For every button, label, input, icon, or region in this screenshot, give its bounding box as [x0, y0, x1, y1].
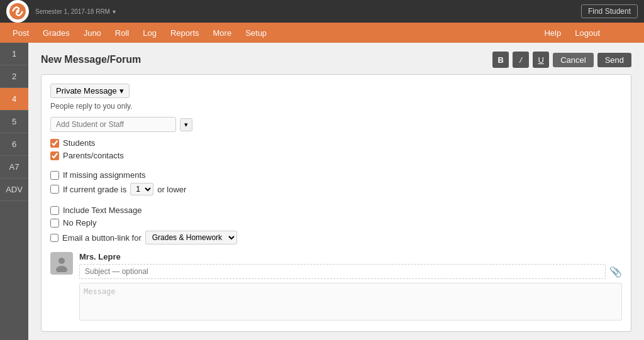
message-type-chevron: ▾	[119, 86, 124, 96]
current-grade-post-label: or lower	[157, 185, 186, 194]
nav-bar-left: Post Grades Juno Roll Log Reports More S…	[6, 26, 273, 40]
current-grade-row: If current grade is 1 or lower	[50, 183, 622, 195]
composer-right: Mrs. Lepre 📎	[79, 252, 622, 322]
no-reply-label[interactable]: No Reply	[63, 218, 96, 228]
missing-assignments-checkbox[interactable]	[50, 171, 59, 180]
parents-label[interactable]: Parents/contacts	[63, 151, 124, 160]
bold-button[interactable]: B	[492, 52, 509, 68]
sidebar: 1 2 4 5 6 A7 ADV	[0, 43, 28, 340]
sidebar-item-5[interactable]: 5	[0, 111, 28, 133]
page-title: New Message/Forum	[41, 54, 141, 65]
message-type-row: Private Message ▾	[50, 84, 622, 98]
composer-avatar	[50, 252, 73, 275]
options-section: Include Text Message No Reply Email a bu…	[50, 206, 622, 244]
underline-button[interactable]: U	[533, 52, 549, 68]
sidebar-item-1[interactable]: 1	[0, 43, 28, 65]
include-text-checkbox[interactable]	[50, 206, 59, 215]
nav-post[interactable]: Post	[6, 26, 35, 40]
sidebar-item-4[interactable]: 4	[0, 88, 28, 111]
page-header: New Message/Forum B / U Cancel Send	[41, 52, 631, 68]
subject-row: 📎	[79, 264, 622, 279]
nav-help[interactable]: Help	[538, 26, 567, 40]
nav-juno[interactable]: Juno	[77, 26, 108, 40]
students-checkbox-row: Students	[50, 138, 622, 148]
nav-bar: Post Grades Juno Roll Log Reports More S…	[0, 23, 644, 43]
no-reply-checkbox[interactable]	[50, 219, 59, 228]
nav-setup[interactable]: Setup	[239, 26, 273, 40]
send-button-top[interactable]: Send	[597, 53, 631, 67]
svg-point-3	[58, 258, 65, 264]
grade-select[interactable]: 1	[130, 183, 153, 195]
missing-assignments-label[interactable]: If missing assignments	[63, 170, 146, 180]
header-actions: B / U Cancel Send	[492, 52, 631, 68]
students-label[interactable]: Students	[63, 138, 95, 148]
recipient-row: ▾	[50, 117, 622, 132]
nav-reports[interactable]: Reports	[164, 26, 206, 40]
current-grade-pre-label: If current grade is	[63, 185, 126, 194]
students-parents-section: Students Parents/contacts	[50, 138, 622, 160]
sidebar-item-6[interactable]: 6	[0, 133, 28, 156]
parents-checkbox-row: Parents/contacts	[50, 151, 622, 160]
nav-logout[interactable]: Logout	[569, 26, 606, 40]
composer-area: Mrs. Lepre 📎	[50, 252, 622, 322]
find-student-button[interactable]: Find Student	[581, 4, 638, 18]
semester-text: Semester 1, 2017-18 RRM	[35, 8, 110, 15]
svg-point-1	[16, 10, 19, 13]
sidebar-item-adv[interactable]: ADV	[0, 178, 28, 201]
message-type-desc: People reply to you only.	[50, 102, 622, 111]
no-reply-row: No Reply	[50, 218, 622, 228]
attach-icon[interactable]: 📎	[609, 266, 622, 278]
email-button-checkbox[interactable]	[50, 234, 58, 242]
email-button-label[interactable]: Email a button-link for	[62, 233, 142, 243]
sidebar-item-2[interactable]: 2	[0, 65, 28, 88]
recipient-input[interactable]	[50, 117, 176, 132]
nav-bar-right: Help Logout	[538, 26, 606, 40]
cancel-button[interactable]: Cancel	[553, 53, 593, 67]
filters-section: If missing assignments If current grade …	[50, 170, 622, 195]
logo	[6, 0, 29, 23]
nav-more[interactable]: More	[207, 26, 238, 40]
nav-grades[interactable]: Grades	[36, 26, 76, 40]
recipient-dropdown-button[interactable]: ▾	[180, 118, 192, 131]
message-type-label: Private Message	[56, 86, 117, 96]
nav-log[interactable]: Log	[136, 26, 163, 40]
email-page-select[interactable]: Grades & Homework Grades Homework	[145, 231, 237, 244]
parents-checkbox[interactable]	[50, 151, 59, 160]
missing-assignments-row: If missing assignments	[50, 170, 622, 180]
include-text-label[interactable]: Include Text Message	[63, 206, 142, 215]
email-button-row: Email a button-link for Grades & Homewor…	[50, 231, 622, 244]
nav-roll[interactable]: Roll	[109, 26, 135, 40]
composer-name: Mrs. Lepre	[79, 252, 622, 261]
students-checkbox[interactable]	[50, 139, 59, 148]
include-text-row: Include Text Message	[50, 206, 622, 215]
semester-label[interactable]: Semester 1, 2017-18 RRM ▾	[35, 8, 116, 15]
main-content: New Message/Forum B / U Cancel Send Priv…	[28, 43, 644, 340]
top-bar: Semester 1, 2017-18 RRM ▾ Find Student	[0, 0, 644, 23]
message-type-select[interactable]: Private Message ▾	[50, 84, 130, 98]
message-textarea[interactable]	[79, 283, 622, 321]
semester-dropdown-icon: ▾	[113, 8, 116, 15]
sidebar-item-a7[interactable]: A7	[0, 156, 28, 178]
top-bar-left: Semester 1, 2017-18 RRM ▾	[6, 0, 116, 23]
form-card: Private Message ▾ People reply to you on…	[41, 74, 631, 332]
layout: 1 2 4 5 6 A7 ADV New Message/Forum B / U…	[0, 43, 644, 340]
italic-button[interactable]: /	[513, 52, 529, 68]
subject-input[interactable]	[79, 264, 606, 279]
current-grade-checkbox[interactable]	[50, 185, 59, 194]
